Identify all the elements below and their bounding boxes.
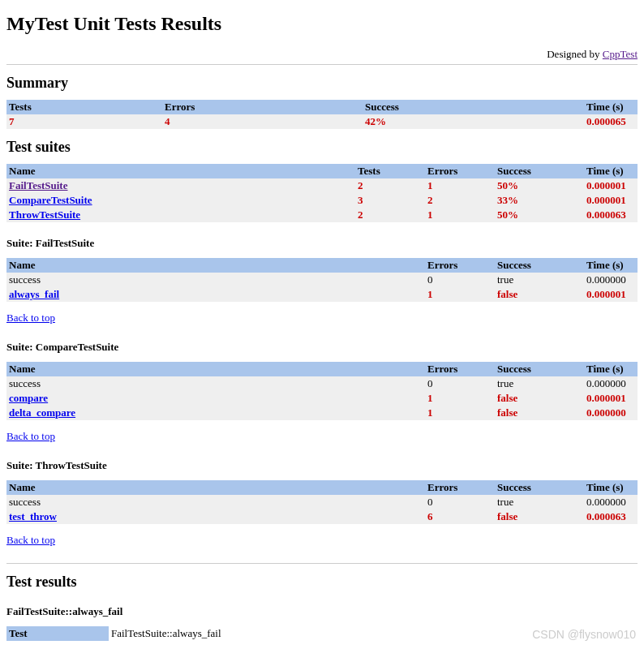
test-result-value: FailTestSuite::always_fail: [109, 626, 638, 641]
suite-detail-title: Suite: ThrowTestSuite: [6, 459, 638, 472]
test-time: 0.000063: [584, 509, 638, 524]
col-time: Time (s): [584, 480, 638, 495]
col-time: Time (s): [584, 100, 638, 114]
col-errors: Errors: [425, 164, 495, 178]
col-time: Time (s): [584, 362, 638, 376]
test-result-detail-title: FailTestSuite::always_fail: [6, 605, 638, 618]
cpptest-link[interactable]: CppTest: [603, 48, 638, 60]
col-errors: Errors: [162, 100, 363, 114]
test-errors: 1: [425, 406, 495, 420]
table-header-row: NameErrorsSuccessTime (s): [6, 258, 638, 273]
col-name: Name: [6, 164, 355, 178]
col-time: Time (s): [584, 164, 638, 178]
test-name: success: [6, 273, 425, 287]
col-name: Name: [6, 258, 425, 273]
table-header-row: NameErrorsSuccessTime (s): [6, 480, 638, 495]
back-to-top-link[interactable]: Back to top: [6, 534, 638, 547]
suite-success: 50%: [495, 208, 584, 222]
suite-detail-title: Suite: CompareTestSuite: [6, 341, 638, 354]
divider: [6, 64, 638, 65]
test-success: false: [495, 509, 584, 524]
test-name: always_fail: [6, 287, 425, 302]
test-success: false: [495, 406, 584, 420]
summary-success: 42%: [363, 114, 584, 129]
test-errors: 1: [425, 391, 495, 406]
table-row: CompareTestSuite3233%0.000001: [6, 193, 638, 208]
page-title: MyTest Unit Tests Results: [6, 13, 638, 35]
summary-row: 7 4 42% 0.000065: [6, 114, 638, 129]
table-row: always_fail1false0.000001: [6, 287, 638, 302]
test-success: true: [495, 273, 584, 287]
suites-overview-table: Name Tests Errors Success Time (s) FailT…: [6, 164, 638, 222]
col-success: Success: [495, 258, 584, 273]
table-row: compare1false0.000001: [6, 391, 638, 406]
test-time: 0.000000: [584, 406, 638, 420]
test-time: 0.000000: [584, 273, 638, 287]
suites-title: Test suites: [6, 139, 638, 156]
col-name: Name: [6, 362, 425, 376]
divider: [6, 563, 638, 564]
test-errors: 1: [425, 287, 495, 302]
table-row: ThrowTestSuite2150%0.000063: [6, 208, 638, 222]
test-errors: 0: [425, 495, 495, 509]
col-test: Test: [6, 626, 109, 641]
test-name: test_throw: [6, 509, 425, 524]
summary-errors: 4: [162, 114, 363, 129]
col-errors: Errors: [425, 480, 495, 495]
suite-time: 0.000063: [584, 208, 638, 222]
test-time: 0.000001: [584, 287, 638, 302]
table-header-row: Test FailTestSuite::always_fail: [6, 626, 638, 641]
test-link[interactable]: delta_compare: [9, 406, 75, 419]
suite-name-cell: CompareTestSuite: [6, 193, 355, 208]
test-result-detail-table: Test FailTestSuite::always_fail: [6, 626, 638, 641]
test-link[interactable]: compare: [9, 392, 48, 404]
test-success: true: [495, 495, 584, 509]
summary-table: Tests Errors Success Time (s) 7 4 42% 0.…: [6, 100, 638, 129]
test-errors: 6: [425, 509, 495, 524]
suite-link[interactable]: ThrowTestSuite: [9, 208, 80, 221]
col-tests: Tests: [6, 100, 162, 114]
suite-detail-title: Suite: FailTestSuite: [6, 237, 638, 250]
table-row: success0true0.000000: [6, 495, 638, 509]
suite-errors: 2: [425, 193, 495, 208]
table-row: test_throw6false0.000063: [6, 509, 638, 524]
back-to-top-link[interactable]: Back to top: [6, 430, 638, 443]
test-link[interactable]: test_throw: [9, 510, 57, 522]
test-name: compare: [6, 391, 425, 406]
test-results-title: Test results: [6, 574, 638, 591]
suite-tests: 2: [355, 178, 425, 193]
col-name: Name: [6, 480, 425, 495]
col-success: Success: [495, 480, 584, 495]
test-name: success: [6, 376, 425, 391]
col-time: Time (s): [584, 258, 638, 273]
test-link[interactable]: always_fail: [9, 288, 59, 300]
suite-detail-table: NameErrorsSuccessTime (s)success0true0.0…: [6, 258, 638, 302]
col-tests: Tests: [355, 164, 425, 178]
suite-time: 0.000001: [584, 178, 638, 193]
suite-name-cell: FailTestSuite: [6, 178, 355, 193]
designed-by: Designed by CppTest: [6, 48, 638, 61]
test-success: false: [495, 391, 584, 406]
suite-time: 0.000001: [584, 193, 638, 208]
suite-success: 50%: [495, 178, 584, 193]
test-name: success: [6, 495, 425, 509]
summary-tests: 7: [6, 114, 162, 129]
test-time: 0.000000: [584, 495, 638, 509]
table-row: success0true0.000000: [6, 273, 638, 287]
suite-link[interactable]: CompareTestSuite: [9, 194, 92, 206]
designed-by-label: Designed by: [547, 48, 603, 60]
test-success: true: [495, 376, 584, 391]
table-row: delta_compare1false0.000000: [6, 406, 638, 420]
table-header-row: Name Tests Errors Success Time (s): [6, 164, 638, 178]
col-success: Success: [495, 164, 584, 178]
table-header-row: NameErrorsSuccessTime (s): [6, 362, 638, 376]
back-to-top-link[interactable]: Back to top: [6, 312, 638, 324]
suite-detail-table: NameErrorsSuccessTime (s)success0true0.0…: [6, 480, 638, 524]
suite-name-cell: ThrowTestSuite: [6, 208, 355, 222]
suite-errors: 1: [425, 178, 495, 193]
suite-link[interactable]: FailTestSuite: [9, 179, 67, 191]
test-success: false: [495, 287, 584, 302]
col-success: Success: [495, 362, 584, 376]
summary-time: 0.000065: [584, 114, 638, 129]
col-errors: Errors: [425, 362, 495, 376]
